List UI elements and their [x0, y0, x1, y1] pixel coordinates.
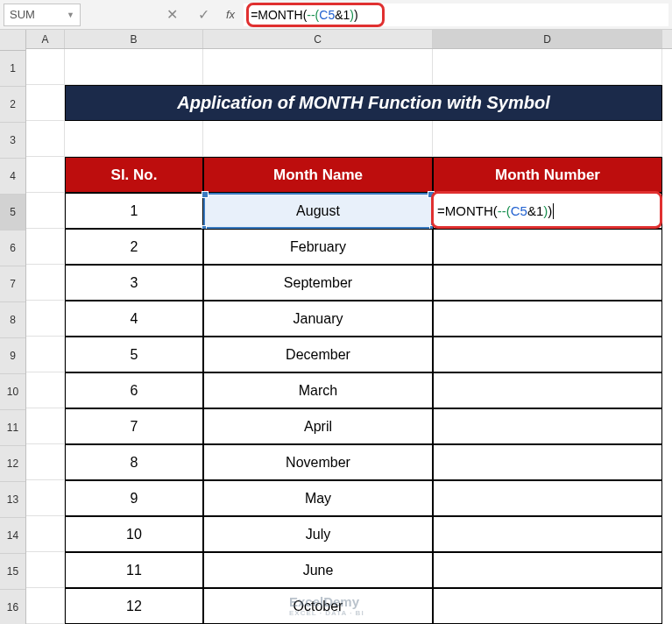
enter-icon[interactable]: ✓ [195, 6, 212, 24]
cell-C8[interactable]: January [203, 301, 433, 337]
row-header-2[interactable]: 2 [0, 87, 25, 123]
cell-B13[interactable]: 9 [65, 480, 203, 516]
name-box[interactable]: SUM ▼ [4, 4, 81, 26]
cell-A10[interactable] [26, 372, 65, 408]
cell-C14[interactable]: July [203, 516, 433, 552]
cell-A9[interactable] [26, 337, 65, 372]
formula-bar-buttons: ✕ ✓ [163, 6, 212, 24]
row-header-6[interactable]: 6 [0, 230, 25, 266]
row-header-11[interactable]: 11 [0, 410, 25, 446]
cell-D3[interactable] [433, 121, 662, 157]
row-header-5[interactable]: 5 [0, 195, 25, 230]
cell-A3[interactable] [26, 121, 65, 157]
cell-A4[interactable] [26, 157, 65, 193]
cell-D1[interactable] [433, 49, 662, 85]
col-header-D[interactable]: D [433, 30, 662, 48]
sheet-cells[interactable]: Application of MONTH Function with Symbo… [26, 49, 672, 624]
formula-bar-row: SUM ▼ ✕ ✓ fx =MONTH(--(C5&1)) [0, 0, 672, 30]
cell-A12[interactable] [26, 444, 65, 480]
cell-A16[interactable] [26, 588, 65, 624]
row-header-7[interactable]: 7 [0, 266, 25, 302]
row-header-9[interactable]: 9 [0, 338, 25, 374]
formula-bar-input[interactable]: =MONTH(--(C5&1)) [244, 4, 668, 26]
cell-B11[interactable]: 7 [65, 408, 203, 444]
cell-A15[interactable] [26, 552, 65, 588]
col-header-C[interactable]: C [203, 30, 433, 48]
cell-C11[interactable]: April [203, 408, 433, 444]
cell-B7[interactable]: 3 [65, 265, 203, 301]
cell-D11[interactable] [433, 408, 662, 444]
cell-C16[interactable]: October [203, 588, 433, 624]
row-header-8[interactable]: 8 [0, 302, 25, 338]
cell-D12[interactable] [433, 444, 662, 480]
title-text: Application of MONTH Function with Symbo… [177, 93, 550, 113]
header-month-number[interactable]: Month Number [433, 157, 662, 193]
name-box-dropdown-icon[interactable]: ▼ [67, 11, 74, 19]
cell-D9[interactable] [433, 337, 662, 372]
cell-C7[interactable]: September [203, 265, 433, 301]
cell-D13[interactable] [433, 480, 662, 516]
cell-A2[interactable] [26, 85, 65, 121]
row-header-13[interactable]: 13 [0, 482, 25, 518]
row-header-14[interactable]: 14 [0, 518, 25, 554]
cell-A11[interactable] [26, 408, 65, 444]
col-header-A[interactable]: A [26, 30, 65, 48]
cell-C5[interactable]: August [203, 193, 433, 229]
name-box-value: SUM [10, 8, 35, 21]
cell-D16[interactable] [433, 588, 662, 624]
cell-C6[interactable]: February [203, 229, 433, 265]
header-monthnumber-text: Month Number [495, 167, 600, 184]
cell-A6[interactable] [26, 229, 65, 265]
text-cursor [553, 203, 554, 219]
cell-C12[interactable]: November [203, 444, 433, 480]
formula-bar-text: =MONTH(--(C5&1)) [251, 8, 358, 22]
cell-B3[interactable] [65, 121, 203, 157]
cell-A1[interactable] [26, 49, 65, 85]
cell-C9[interactable]: December [203, 337, 433, 372]
spreadsheet-grid: 12345678910111213141516 A B C D Applicat… [0, 30, 672, 624]
cell-C3[interactable] [203, 121, 433, 157]
col-header-B[interactable]: B [65, 30, 203, 48]
cell-B16[interactable]: 12 [65, 588, 203, 624]
cell-A8[interactable] [26, 301, 65, 337]
cell-A14[interactable] [26, 516, 65, 552]
cell-B12[interactable]: 8 [65, 444, 203, 480]
cell-D8[interactable] [433, 301, 662, 337]
cell-B15[interactable]: 11 [65, 552, 203, 588]
cell-A7[interactable] [26, 265, 65, 301]
row-header-4[interactable]: 4 [0, 159, 25, 195]
cell-B6[interactable]: 2 [65, 229, 203, 265]
cell-D14[interactable] [433, 516, 662, 552]
cell-B10[interactable]: 6 [65, 372, 203, 408]
cell-B14[interactable]: 10 [65, 516, 203, 552]
select-all-corner[interactable] [0, 30, 25, 51]
header-monthname-text: Month Name [273, 167, 363, 184]
row-header-10[interactable]: 10 [0, 374, 25, 410]
cancel-icon[interactable]: ✕ [163, 6, 180, 24]
row-header-3[interactable]: 3 [0, 123, 25, 159]
row-header-15[interactable]: 15 [0, 554, 25, 590]
cell-A13[interactable] [26, 480, 65, 516]
row-header-12[interactable]: 12 [0, 446, 25, 482]
row-header-1[interactable]: 1 [0, 51, 25, 87]
cell-D6[interactable] [433, 229, 662, 265]
header-sl-text: Sl. No. [111, 167, 158, 184]
row-header-16[interactable]: 16 [0, 590, 25, 624]
cell-D10[interactable] [433, 372, 662, 408]
cell-B1[interactable] [65, 49, 203, 85]
cell-B8[interactable]: 4 [65, 301, 203, 337]
cell-C10[interactable]: March [203, 372, 433, 408]
cell-B9[interactable]: 5 [65, 337, 203, 372]
cell-A5[interactable] [26, 193, 65, 229]
cell-B5[interactable]: 1 [65, 193, 203, 229]
cell-C15[interactable]: June [203, 552, 433, 588]
header-month-name[interactable]: Month Name [203, 157, 433, 193]
cell-D15[interactable] [433, 552, 662, 588]
cell-D5[interactable]: =MONTH(--(C5&1)) [433, 193, 662, 229]
cell-C13[interactable]: May [203, 480, 433, 516]
cell-D7[interactable] [433, 265, 662, 301]
cell-C1[interactable] [203, 49, 433, 85]
fx-icon[interactable]: fx [226, 8, 235, 21]
title-cell[interactable]: Application of MONTH Function with Symbo… [65, 85, 662, 121]
header-sl[interactable]: Sl. No. [65, 157, 203, 193]
